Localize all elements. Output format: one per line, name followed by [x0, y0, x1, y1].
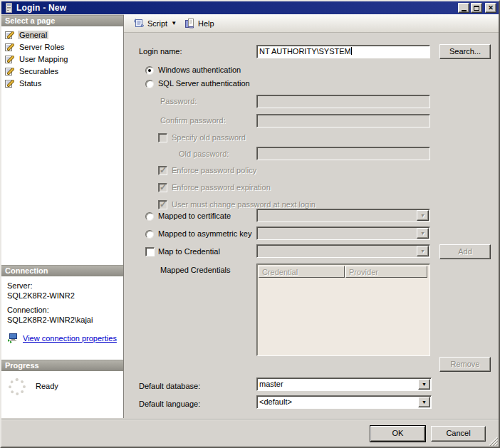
certificate-combobox-value	[257, 209, 416, 222]
cancel-button[interactable]: Cancel	[431, 426, 486, 442]
old-password-label: Old password:	[179, 150, 229, 158]
windows-authentication-label: Windows authentication	[158, 66, 241, 74]
enforce-password-expiration-label: Enforce password expiration	[172, 183, 271, 192]
mapped-to-asymmetric-key-radio[interactable]	[145, 230, 154, 239]
asymmetric-key-combobox: ▼	[256, 226, 430, 240]
sidebar-item-securables[interactable]: Securables	[4, 65, 123, 77]
password-input	[256, 95, 430, 108]
mapped-credentials-label: Mapped Credentials	[160, 266, 230, 274]
remove-button: Remove	[439, 357, 491, 372]
provider-column-header: Provider	[345, 266, 427, 278]
mapped-credentials-table-header: Credential Provider	[258, 265, 429, 278]
progress-header: Progress	[1, 360, 123, 371]
credential-combobox-value	[257, 245, 416, 257]
chevron-down-icon[interactable]: ▼	[418, 397, 430, 407]
certificate-combobox: ▼	[256, 209, 430, 222]
help-button[interactable]: Help	[180, 16, 218, 31]
map-to-credential-checkbox[interactable]	[145, 247, 155, 256]
help-book-icon	[184, 18, 195, 29]
chevron-down-icon: ▼	[171, 20, 177, 26]
progress-status: Ready	[36, 382, 58, 390]
sidebar-item-label: User Mapping	[18, 55, 69, 63]
close-button[interactable]: ✕	[485, 3, 496, 13]
confirm-password-label: Confirm password:	[160, 116, 226, 125]
login-new-dialog: Login - New ✕ Select a page General	[0, 0, 500, 448]
close-icon: ✕	[488, 4, 494, 11]
connection-label: Connection:	[7, 306, 123, 314]
sidebar-item-label: General	[18, 31, 48, 39]
general-page-content: Login name: NT AUTHORITY\SYSTEM Search..…	[124, 33, 499, 417]
default-database-combobox[interactable]: master ▼	[256, 377, 432, 391]
password-label: Password:	[160, 97, 197, 105]
maximize-icon	[474, 6, 479, 11]
property-page-icon	[4, 66, 14, 76]
ok-button[interactable]: OK	[370, 426, 425, 442]
enforce-password-policy-checkbox	[158, 166, 167, 175]
mapped-to-certificate-label: Mapped to certificate	[158, 212, 231, 220]
property-page-icon	[4, 30, 14, 40]
connection-properties-icon	[7, 333, 19, 343]
old-password-input	[256, 147, 430, 160]
sql-server-authentication-radio[interactable]	[145, 80, 154, 88]
sql-server-authentication-label: SQL Server authentication	[158, 79, 250, 88]
sidebar-item-general[interactable]: General	[4, 28, 123, 41]
login-name-label: Login name:	[139, 47, 182, 56]
property-page-icon	[4, 54, 14, 64]
page-list: General Server Roles User Mappin	[1, 26, 123, 265]
login-name-input[interactable]: NT AUTHORITY\SYSTEM	[256, 45, 430, 58]
sidebar-item-user-mapping[interactable]: User Mapping	[4, 53, 123, 65]
confirm-password-input	[256, 114, 430, 127]
script-button[interactable]: Script ▼	[130, 16, 180, 31]
search-button[interactable]: Search...	[439, 44, 491, 59]
sidebar-item-status[interactable]: Status	[4, 77, 123, 89]
progress-panel: Ready	[1, 371, 123, 418]
login-form-icon	[4, 3, 14, 13]
chevron-down-icon: ▼	[417, 228, 429, 239]
script-scroll-icon	[133, 18, 145, 29]
specify-old-password-checkbox	[158, 133, 167, 142]
sidebar: Select a page General Server Roles	[1, 15, 124, 418]
mapped-to-certificate-radio[interactable]	[145, 212, 154, 221]
property-page-icon	[4, 42, 14, 52]
minimize-button[interactable]	[458, 3, 469, 13]
footer-bar: OK Cancel	[1, 419, 499, 447]
default-language-value: <default>	[257, 396, 417, 408]
property-page-icon	[4, 78, 14, 88]
toolbar: Script ▼ Help	[124, 14, 499, 33]
progress-spinner-icon	[9, 378, 26, 395]
default-language-combobox[interactable]: <default> ▼	[256, 395, 432, 409]
titlebar[interactable]: Login - New ✕	[1, 1, 499, 14]
maximize-button[interactable]	[471, 3, 482, 13]
server-value: SQL2K8R2-WINR2	[7, 291, 123, 300]
mapped-credentials-table: Credential Provider	[256, 264, 430, 356]
chevron-down-icon[interactable]: ▼	[418, 379, 430, 390]
windows-authentication-radio[interactable]	[145, 66, 154, 75]
user-must-change-password-label: User must change password at next login	[172, 200, 316, 209]
resize-grip-icon[interactable]	[489, 437, 498, 446]
help-button-label: Help	[198, 19, 214, 28]
connection-header: Connection	[1, 265, 123, 276]
chevron-down-icon: ▼	[417, 210, 429, 221]
select-a-page-header: Select a page	[1, 15, 123, 26]
view-connection-properties-link[interactable]: View connection properties	[23, 334, 117, 343]
default-database-label: Default database:	[139, 382, 200, 390]
script-button-label: Script	[147, 19, 167, 28]
enforce-password-policy-label: Enforce password policy	[172, 166, 256, 174]
sidebar-item-server-roles[interactable]: Server Roles	[4, 41, 123, 53]
window-title: Login - New	[16, 3, 66, 13]
credential-column-header: Credential	[259, 266, 345, 278]
chevron-down-icon: ▼	[417, 246, 429, 256]
sidebar-item-label: Status	[18, 79, 43, 88]
mapped-to-asymmetric-key-label: Mapped to asymmetric key	[158, 229, 251, 238]
sidebar-item-label: Securables	[18, 67, 60, 75]
credential-combobox: ▼	[256, 244, 430, 258]
connection-value: SQL2K8R2-WINR2\kajai	[7, 316, 123, 324]
minimize-icon	[462, 10, 467, 11]
map-to-credential-label: Map to Credential	[158, 247, 220, 256]
default-language-label: Default language:	[139, 400, 200, 408]
login-name-value: NT AUTHORITY\SYSTEM	[259, 47, 351, 56]
server-label: Server:	[7, 281, 123, 290]
sidebar-item-label: Server Roles	[18, 43, 66, 51]
text-caret	[351, 47, 352, 55]
asymmetric-key-combobox-value	[257, 227, 416, 239]
